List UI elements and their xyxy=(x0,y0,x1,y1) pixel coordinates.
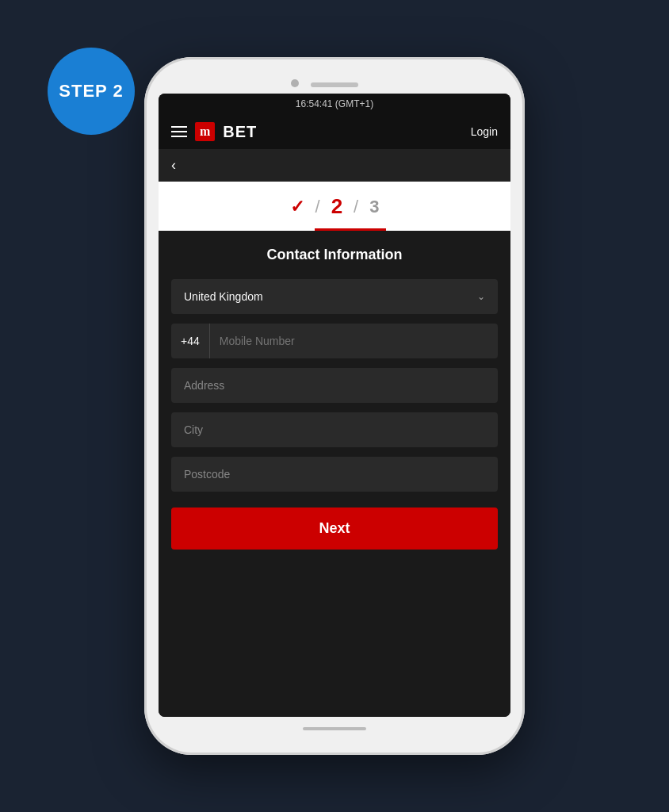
progress-steps: ✓ / 2 / 3 xyxy=(159,194,510,228)
phone-speaker xyxy=(311,82,358,87)
login-button[interactable]: Login xyxy=(471,125,498,138)
step-badge-label: STEP 2 xyxy=(59,81,123,102)
next-button[interactable]: Next xyxy=(171,508,498,550)
phone-top-bar xyxy=(159,71,510,94)
form-area: Contact Information United Kingdom ⌄ +44… xyxy=(159,231,510,717)
city-input[interactable] xyxy=(171,412,498,447)
progress-underline xyxy=(315,228,386,231)
phone-camera xyxy=(291,79,299,87)
progress-section: ✓ / 2 / 3 xyxy=(159,182,510,231)
divider-1: / xyxy=(315,197,320,217)
status-bar: 16:54:41 (GMT+1) xyxy=(159,94,510,114)
step-2-active: 2 xyxy=(331,194,342,219)
top-nav: m BET Login xyxy=(159,114,510,149)
phone-shell: 16:54:41 (GMT+1) m BET Login ‹ ✓ / xyxy=(144,57,525,755)
postcode-input[interactable] xyxy=(171,457,498,492)
home-indicator xyxy=(303,727,366,730)
phone-code: +44 xyxy=(171,324,210,358)
nav-left: m BET xyxy=(171,122,257,141)
hamburger-menu-button[interactable] xyxy=(171,126,187,137)
phone-field-container: +44 xyxy=(171,324,498,358)
back-nav: ‹ xyxy=(159,149,510,182)
phone-bottom xyxy=(303,717,366,741)
divider-2: / xyxy=(354,197,358,217)
section-title: Contact Information xyxy=(171,247,498,263)
logo-m: m xyxy=(195,122,215,141)
country-select[interactable]: United Kingdom ⌄ xyxy=(171,279,498,314)
address-input[interactable] xyxy=(171,368,498,403)
back-button[interactable]: ‹ xyxy=(171,157,176,174)
country-label: United Kingdom xyxy=(184,290,263,303)
chevron-down-icon: ⌄ xyxy=(477,291,485,302)
phone-number-input[interactable] xyxy=(210,324,498,358)
phone-screen: 16:54:41 (GMT+1) m BET Login ‹ ✓ / xyxy=(159,94,510,717)
step-1-check: ✓ xyxy=(290,197,304,217)
logo-bet: BET xyxy=(223,123,257,141)
step-3-inactive: 3 xyxy=(369,197,379,217)
step-badge: STEP 2 xyxy=(48,48,135,135)
status-time: 16:54:41 (GMT+1) xyxy=(296,98,373,109)
